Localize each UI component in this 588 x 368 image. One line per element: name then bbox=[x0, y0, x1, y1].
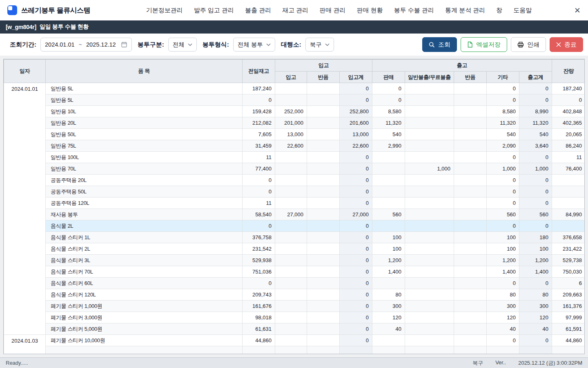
cell-out-total[interactable]: 0 bbox=[519, 186, 552, 197]
cell-issue[interactable] bbox=[405, 312, 454, 323]
cell-in-total[interactable]: 0 bbox=[340, 301, 372, 312]
cell-prev-stock[interactable]: 187,240 bbox=[243, 83, 275, 94]
cell-etc[interactable]: 540 bbox=[487, 129, 519, 140]
cell-out-total[interactable]: 300 bbox=[519, 301, 552, 312]
cell-prev-stock[interactable]: 61,631 bbox=[243, 323, 275, 335]
cell-item[interactable]: 폐기물 스티커 10,000원 bbox=[46, 335, 243, 346]
cell-sale[interactable]: 100 bbox=[372, 243, 405, 255]
cell-in-return[interactable] bbox=[307, 312, 340, 323]
cell-out-return[interactable] bbox=[454, 220, 487, 232]
cell-issue[interactable] bbox=[405, 94, 454, 106]
cell-sale[interactable]: 80 bbox=[372, 289, 405, 301]
cell-in-return[interactable] bbox=[307, 129, 340, 140]
cell-in[interactable] bbox=[275, 232, 307, 243]
cell-in-total[interactable]: 0 bbox=[340, 163, 372, 175]
cell-in[interactable]: 27,000 bbox=[275, 209, 307, 220]
cell-item[interactable]: 공동주택용 50L bbox=[46, 186, 243, 197]
cell-out-total[interactable]: 1,200 bbox=[519, 255, 552, 266]
cell-etc[interactable]: 300 bbox=[487, 301, 519, 312]
cell-in-return[interactable] bbox=[307, 209, 340, 220]
cell-sale[interactable]: 1,200 bbox=[372, 255, 405, 266]
cell-remain[interactable]: 44,860 bbox=[552, 335, 585, 346]
cell-etc[interactable]: 0 bbox=[487, 335, 519, 346]
table-row[interactable]: 음식물 스티커 1L376,7580100100180376,658 bbox=[4, 232, 585, 243]
search-button[interactable]: 조회 bbox=[422, 37, 457, 52]
cell-in-return[interactable] bbox=[307, 220, 340, 232]
table-row[interactable]: 일반용 5L000000 bbox=[4, 94, 585, 106]
table-row[interactable]: 일반용 100L1100011 bbox=[4, 152, 585, 163]
cell-in-return[interactable] bbox=[307, 94, 340, 106]
window-close-icon[interactable]: ✕ bbox=[564, 6, 581, 15]
cell-in-return[interactable] bbox=[307, 197, 340, 209]
cell-out-total[interactable]: 0 bbox=[519, 83, 552, 94]
cell-remain[interactable]: 0 bbox=[552, 94, 585, 106]
cell-out-total[interactable]: 0 bbox=[519, 220, 552, 232]
cell-in[interactable]: 13,000 bbox=[275, 129, 307, 140]
cell-in[interactable] bbox=[275, 197, 307, 209]
cell-item[interactable]: 음식물 스티커 2L bbox=[46, 243, 243, 255]
cell-in-total[interactable]: 0 bbox=[340, 152, 372, 163]
cell-etc[interactable] bbox=[487, 346, 519, 355]
cell-etc[interactable]: 8,580 bbox=[487, 106, 519, 117]
cell-in-total[interactable]: 0 bbox=[340, 220, 372, 232]
cell-remain[interactable]: 187,240 bbox=[552, 83, 585, 94]
cell-out-return[interactable] bbox=[454, 152, 487, 163]
cell-etc[interactable]: 2,090 bbox=[487, 140, 519, 152]
cell-in-return[interactable] bbox=[307, 243, 340, 255]
cell-out-total[interactable]: 0 bbox=[519, 197, 552, 209]
cell-in-total[interactable]: 252,800 bbox=[340, 106, 372, 117]
cell-etc[interactable]: 0 bbox=[487, 152, 519, 163]
cell-out-return[interactable] bbox=[454, 323, 487, 335]
cell-out-return[interactable] bbox=[454, 140, 487, 152]
cell-out-return[interactable] bbox=[454, 278, 487, 289]
cell-item[interactable]: 공동주택용 120L bbox=[46, 197, 243, 209]
cell-in-return[interactable] bbox=[307, 152, 340, 163]
cell-item[interactable]: 음식물 스티커 120L bbox=[46, 289, 243, 301]
cell-out-total[interactable]: 100 bbox=[519, 243, 552, 255]
cell-sale[interactable]: 0 bbox=[372, 94, 405, 106]
cell-etc[interactable]: 0 bbox=[487, 186, 519, 197]
cell-out-total[interactable]: 180 bbox=[519, 232, 552, 243]
cell-out-return[interactable] bbox=[454, 106, 487, 117]
cell-remain[interactable] bbox=[552, 186, 585, 197]
cell-in[interactable] bbox=[275, 335, 307, 346]
cell-in[interactable] bbox=[275, 175, 307, 186]
cell-in[interactable] bbox=[275, 94, 307, 106]
cell-issue[interactable] bbox=[405, 186, 454, 197]
cell-etc[interactable]: 560 bbox=[487, 209, 519, 220]
cell-issue[interactable] bbox=[405, 197, 454, 209]
cell-sale[interactable] bbox=[372, 335, 405, 346]
cell-remain[interactable] bbox=[552, 197, 585, 209]
cell-issue[interactable] bbox=[405, 175, 454, 186]
cell-in-return[interactable] bbox=[307, 335, 340, 346]
date-from-value[interactable]: 2024.01.01 bbox=[45, 41, 75, 48]
cell-in[interactable]: 22,600 bbox=[275, 140, 307, 152]
cell-sale[interactable]: 100 bbox=[372, 232, 405, 243]
cell-in-total[interactable]: 0 bbox=[340, 312, 372, 323]
cell-item[interactable]: 음식물 스티커 3L bbox=[46, 255, 243, 266]
cell-etc[interactable]: 0 bbox=[487, 278, 519, 289]
cell-remain[interactable]: 76,400 bbox=[552, 163, 585, 175]
cell-in-return[interactable] bbox=[307, 175, 340, 186]
cell-issue[interactable]: 1,000 bbox=[405, 163, 454, 175]
table-row[interactable]: 일반용 20L212,082201,000201,60011,32011,320… bbox=[4, 117, 585, 129]
cell-etc[interactable]: 0 bbox=[487, 94, 519, 106]
menu-item[interactable]: 도움말 bbox=[513, 7, 532, 14]
cell-remain[interactable]: 402,848 bbox=[552, 106, 585, 117]
cell-out-total[interactable]: 1,000 bbox=[519, 163, 552, 175]
cell-date[interactable]: 2024.01.03 bbox=[4, 335, 46, 355]
table-row[interactable]: 일반용 70L77,40001,0001,0001,00076,400 bbox=[4, 163, 585, 175]
cell-prev-stock[interactable]: 58,540 bbox=[243, 209, 275, 220]
cell-issue[interactable] bbox=[405, 232, 454, 243]
cell-sale[interactable]: 40 bbox=[372, 323, 405, 335]
cell-issue[interactable] bbox=[405, 335, 454, 346]
cell-sale[interactable]: 8,580 bbox=[372, 106, 405, 117]
menu-item[interactable]: 판매 현황 bbox=[357, 7, 383, 14]
cell-item[interactable]: 음식물 스티커 1L bbox=[46, 232, 243, 243]
cell-sale[interactable]: 2,990 bbox=[372, 140, 405, 152]
cell-etc[interactable]: 0 bbox=[487, 197, 519, 209]
table-row[interactable]: 일반용 75L31,45922,60022,6002,9902,0903,640… bbox=[4, 140, 585, 152]
menu-item[interactable]: 불출 관리 bbox=[245, 7, 271, 14]
cell-out-return[interactable] bbox=[454, 255, 487, 266]
table-row[interactable]: 공동주택용 20L0000 bbox=[4, 175, 585, 186]
